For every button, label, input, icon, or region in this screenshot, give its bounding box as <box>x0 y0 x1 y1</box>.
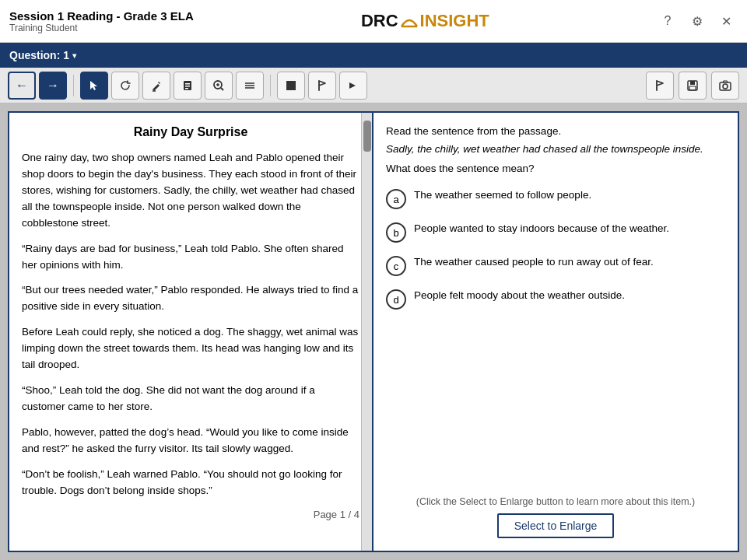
highlight-tool[interactable] <box>142 72 170 100</box>
question-number: 1 <box>63 49 69 61</box>
answer-options: aThe weather seemed to follow people.bPe… <box>386 188 725 322</box>
question-prompt: What does the sentence mean? <box>386 163 725 174</box>
strikethrough-tool[interactable] <box>236 72 264 100</box>
rotate-tool[interactable] <box>111 72 139 100</box>
question-instruction: Read the sentence from the passage. <box>386 125 725 137</box>
passage-paragraph: “But our trees needed water,” Pablo resp… <box>22 282 359 315</box>
option-text-a: The weather seemed to follow people. <box>414 188 591 203</box>
camera-button[interactable] <box>711 72 739 100</box>
header-left: Session 1 Reading - Grade 3 ELA Training… <box>9 9 194 33</box>
question-sentence: Sadly, the chilly, wet weather had chase… <box>386 143 725 155</box>
zoom-icon <box>212 79 225 92</box>
option-circle-c: c <box>386 256 406 276</box>
pointer-tool[interactable] <box>80 72 108 100</box>
forward-button[interactable]: → <box>39 72 67 100</box>
option-circle-b: b <box>386 222 406 243</box>
flag-tool[interactable] <box>308 72 336 100</box>
audio-icon <box>348 80 359 91</box>
click-hint: (Click the Select to Enlarge button to l… <box>416 496 696 507</box>
answer-option-a[interactable]: aThe weather seemed to follow people. <box>386 188 725 209</box>
strikethrough-icon <box>244 79 256 92</box>
back-button[interactable]: ← <box>8 72 36 100</box>
notepad-tool[interactable] <box>174 72 202 100</box>
help-button[interactable]: ? <box>657 10 679 32</box>
option-text-b: People wanted to stay indoors because of… <box>414 222 669 236</box>
question-footer: (Click the Select to Enlarge button to l… <box>386 496 725 538</box>
flag-right-button[interactable] <box>646 72 674 100</box>
answer-option-c[interactable]: cThe weather caused people to run away o… <box>386 255 725 276</box>
passage-paragraph: “Don’t be foolish,” Leah warned Pablo. “… <box>22 467 359 499</box>
stop-tool[interactable] <box>277 72 305 100</box>
option-text-c: The weather caused people to run away ou… <box>414 255 654 270</box>
question-panel: Read the sentence from the passage. Sadl… <box>374 111 739 552</box>
passage-paragraph: Before Leah could reply, she noticed a d… <box>22 324 359 373</box>
toolbar-separator <box>73 75 74 96</box>
student-name: Training Student <box>9 23 194 33</box>
save-icon <box>686 79 699 92</box>
passage-title: Rainy Day Surprise <box>22 125 359 139</box>
passage-paragraph: Pablo, however, patted the dog’s head. “… <box>22 425 359 457</box>
scrollbar-thumb <box>363 121 371 152</box>
audio-tool[interactable] <box>339 72 367 100</box>
header-icons: ? ⚙ ✕ <box>657 10 738 32</box>
highlight-icon <box>150 79 163 92</box>
svg-rect-4 <box>185 86 190 87</box>
zoom-tool[interactable] <box>205 72 233 100</box>
close-button[interactable]: ✕ <box>716 10 738 32</box>
app-logo: DRC INSIGHT <box>361 11 489 31</box>
svg-rect-5 <box>185 88 188 89</box>
svg-rect-3 <box>185 83 190 85</box>
header: Session 1 Reading - Grade 3 ELA Training… <box>0 0 747 43</box>
answer-option-d[interactable]: dPeople felt moody about the weather out… <box>386 289 725 310</box>
toolbar-separator-2 <box>270 75 271 96</box>
question-bar: Question: 1 ▾ <box>0 43 747 68</box>
page-title: Session 1 Reading - Grade 3 ELA <box>9 9 194 23</box>
rotate-icon <box>119 79 132 92</box>
select-enlarge-button[interactable]: Select to Enlarge <box>497 513 615 538</box>
svg-rect-16 <box>690 81 695 85</box>
passage-paragraph: “Shoo,” Leah told the dog. She did not w… <box>22 383 359 415</box>
svg-point-19 <box>723 84 728 89</box>
option-circle-a: a <box>386 189 406 209</box>
passage-paragraphs: One rainy day, two shop owners named Lea… <box>22 150 359 499</box>
passage-paragraph: One rainy day, two shop owners named Lea… <box>22 150 359 232</box>
page-indicator: Page 1 / 4 <box>22 509 359 520</box>
settings-button[interactable]: ⚙ <box>686 10 708 32</box>
toolbar: ← → <box>0 68 747 103</box>
pointer-icon <box>88 79 100 92</box>
question-label-text: Question: <box>9 49 60 61</box>
svg-line-7 <box>221 88 223 90</box>
svg-marker-14 <box>349 82 356 89</box>
stop-icon <box>286 80 296 91</box>
option-circle-d: d <box>386 289 406 310</box>
passage-paragraph: “Rainy days are bad for business,” Leah … <box>22 241 359 274</box>
content-area: Rainy Day Surprise One rainy day, two sh… <box>0 103 747 560</box>
option-text-d: People felt moody about the weather outs… <box>414 289 625 303</box>
flag-right-icon <box>654 79 666 92</box>
camera-icon <box>719 79 731 92</box>
question-selector[interactable]: Question: 1 ▾ <box>9 49 76 61</box>
logo-arc-svg <box>398 12 420 30</box>
save-button[interactable] <box>679 72 707 100</box>
passage-scrollbar[interactable] <box>361 113 372 551</box>
flag-tool-icon <box>316 79 328 92</box>
svg-rect-13 <box>286 81 296 90</box>
question-dropdown-arrow: ▾ <box>72 51 76 60</box>
toolbar-right <box>646 72 739 100</box>
logo-insight: INSIGHT <box>420 11 489 31</box>
logo-drc: DRC <box>361 11 398 31</box>
answer-option-b[interactable]: bPeople wanted to stay indoors because o… <box>386 222 725 243</box>
notepad-icon <box>181 79 194 92</box>
passage-panel: Rainy Day Surprise One rainy day, two sh… <box>8 111 374 552</box>
